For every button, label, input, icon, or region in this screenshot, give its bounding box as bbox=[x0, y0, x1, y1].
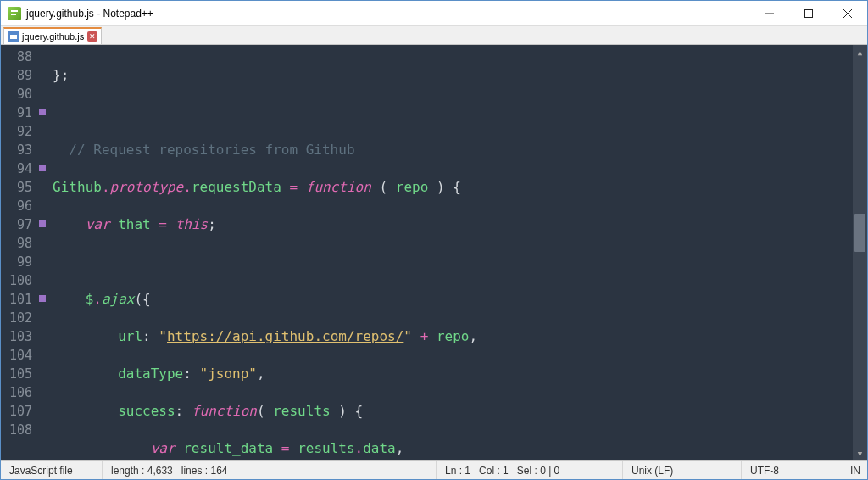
tab-bar: jquery.github.js ✕ bbox=[1, 26, 867, 45]
line-number: 93 bbox=[9, 141, 32, 159]
svg-rect-1 bbox=[805, 10, 813, 18]
window-controls bbox=[750, 1, 867, 25]
fold-marker bbox=[37, 309, 49, 327]
app-icon bbox=[8, 7, 21, 20]
line-number: 90 bbox=[9, 85, 32, 103]
fold-marker[interactable] bbox=[37, 159, 49, 178]
status-eol[interactable]: Unix (LF) bbox=[623, 461, 742, 479]
line-number: 95 bbox=[9, 178, 32, 197]
fold-marker bbox=[37, 271, 49, 290]
line-number-gutter: 8889909192939495969798991001011021031041… bbox=[1, 45, 37, 460]
line-number: 91 bbox=[9, 103, 32, 122]
line-number: 98 bbox=[9, 234, 32, 253]
fold-column[interactable] bbox=[37, 45, 49, 460]
line-number: 89 bbox=[9, 66, 32, 85]
scroll-down-icon[interactable]: ▼ bbox=[853, 446, 867, 460]
maximize-button[interactable] bbox=[789, 1, 828, 26]
fold-marker[interactable] bbox=[37, 215, 49, 234]
line-number: 88 bbox=[9, 47, 32, 66]
line-number: 100 bbox=[9, 271, 32, 290]
line-number: 97 bbox=[9, 215, 32, 234]
line-number: 105 bbox=[9, 365, 32, 383]
window-titlebar: jquery.github.js - Notepad++ bbox=[1, 1, 867, 26]
status-language: JavaScript file bbox=[1, 461, 103, 479]
line-number: 108 bbox=[9, 421, 32, 439]
fold-marker bbox=[37, 402, 49, 421]
fold-marker bbox=[37, 346, 49, 365]
fold-marker bbox=[37, 421, 49, 439]
fold-marker bbox=[37, 47, 49, 66]
tab-label: jquery.github.js bbox=[22, 31, 84, 42]
status-encoding[interactable]: UTF-8 bbox=[742, 461, 843, 479]
line-number: 92 bbox=[9, 122, 32, 141]
vertical-scrollbar[interactable]: ▲ ▼ bbox=[853, 45, 867, 460]
line-number: 99 bbox=[9, 253, 32, 271]
fold-marker bbox=[37, 327, 49, 346]
line-number: 101 bbox=[9, 290, 32, 309]
code-editor[interactable]: 8889909192939495969798991001011021031041… bbox=[1, 45, 867, 460]
scroll-up-icon[interactable]: ▲ bbox=[853, 45, 867, 59]
fold-marker bbox=[37, 383, 49, 402]
fold-marker bbox=[37, 253, 49, 271]
fold-marker bbox=[37, 234, 49, 253]
fold-marker bbox=[37, 141, 49, 159]
fold-marker[interactable] bbox=[37, 290, 49, 309]
fold-marker[interactable] bbox=[37, 103, 49, 122]
line-number: 106 bbox=[9, 383, 32, 402]
scroll-thumb[interactable] bbox=[854, 214, 865, 252]
fold-marker bbox=[37, 178, 49, 197]
status-length-lines: length : 4,633 lines : 164 bbox=[103, 461, 437, 479]
line-number: 102 bbox=[9, 309, 32, 327]
fold-marker bbox=[37, 197, 49, 215]
scroll-track[interactable] bbox=[853, 59, 867, 446]
fold-marker bbox=[37, 85, 49, 103]
fold-marker bbox=[37, 122, 49, 141]
line-number: 94 bbox=[9, 159, 32, 178]
tab-close-icon[interactable]: ✕ bbox=[87, 31, 97, 42]
status-cursor-position: Ln : 1 Col : 1 Sel : 0 | 0 bbox=[437, 461, 623, 479]
file-tab[interactable]: jquery.github.js ✕ bbox=[3, 27, 102, 44]
line-number: 96 bbox=[9, 197, 32, 215]
close-button[interactable] bbox=[828, 1, 867, 26]
code-area[interactable]: }; // Request repositories from Github G… bbox=[49, 45, 853, 460]
fold-marker bbox=[37, 66, 49, 85]
status-bar: JavaScript file length : 4,633 lines : 1… bbox=[1, 460, 867, 479]
window-title: jquery.github.js - Notepad++ bbox=[26, 8, 750, 20]
minimize-button[interactable] bbox=[750, 1, 789, 26]
line-number: 107 bbox=[9, 402, 32, 421]
disk-icon bbox=[8, 31, 19, 42]
fold-marker bbox=[37, 365, 49, 383]
status-input-mode[interactable]: IN bbox=[843, 461, 867, 479]
line-number: 103 bbox=[9, 327, 32, 346]
line-number: 104 bbox=[9, 346, 32, 365]
